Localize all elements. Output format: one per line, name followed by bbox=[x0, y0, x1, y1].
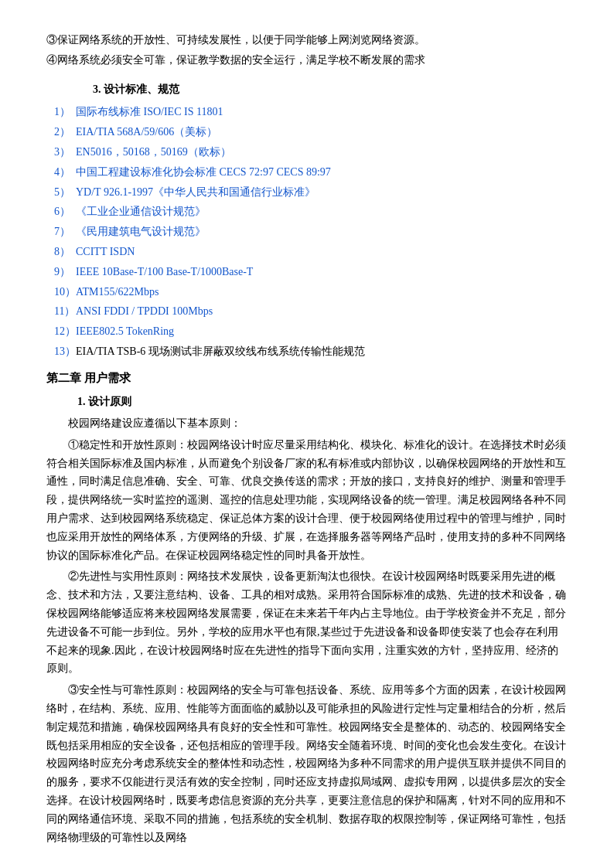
standards-list-item: 5）YD/T 926.1-1997《中华人民共和国通信行业标准》 bbox=[54, 183, 568, 202]
item-number: 12） bbox=[54, 322, 76, 341]
item-content: YD/T 926.1-1997《中华人民共和国通信行业标准》 bbox=[76, 183, 568, 202]
principle-block-3: ③安全性与可靠性原则：校园网络的安全与可靠包括设备、系统、应用等多个方面的因素，… bbox=[46, 681, 568, 846]
principle-block-2: ②先进性与实用性原则：网络技术发展快，设备更新淘汰也很快。在设计校园网络时既要采… bbox=[46, 567, 568, 678]
item-number: 2） bbox=[54, 123, 76, 141]
standards-list-item: 12）IEEE802.5 TokenRing bbox=[54, 322, 568, 341]
principle-id: ③ bbox=[68, 684, 79, 696]
standards-list-item: 8）CCITT ISDN bbox=[54, 243, 568, 261]
item-number: 8） bbox=[54, 243, 76, 261]
principle-block-1: ①稳定性和开放性原则：校园网络设计时应尽量采用结构化、模块化、标准化的设计。在选… bbox=[46, 436, 568, 565]
principle-title: 先进性与实用性原则： bbox=[79, 570, 187, 582]
item-content: ANSI FDDI / TPDDI 100Mbps bbox=[76, 302, 568, 321]
principle-title: 安全性与可靠性原则： bbox=[79, 684, 187, 696]
standards-list-item: 9）IEEE 10Base-T/100 Base-T/1000Base-T bbox=[54, 263, 568, 281]
standards-list-item: 3）EN5016，50168，50169（欧标） bbox=[54, 143, 568, 162]
item-content: ATM155/622Mbps bbox=[76, 283, 568, 301]
chapter-2: 第二章 用户需求 1. 设计原则 校园网络建设应遵循以下基本原则： ①稳定性和开… bbox=[46, 369, 568, 847]
intro-line-1: ③保证网络系统的开放性、可持续发展性，以便于同学能够上网浏览网络资源。 bbox=[46, 31, 568, 49]
item-number: 6） bbox=[54, 203, 76, 221]
section3-header: 3. 设计标准、规范 bbox=[93, 80, 568, 99]
standards-list-item: 4）中国工程建设标准化协会标准 CECS 72:97 CECS 89:97 bbox=[54, 163, 568, 182]
standards-list-item: 7）《民用建筑电气设计规范》 bbox=[54, 223, 568, 241]
standards-list-item: 13）EIA/TIA TSB-6 现场测试非屏蔽双绞线布线系统传输性能规范 bbox=[54, 342, 568, 361]
item-content: 中国工程建设标准化协会标准 CECS 72:97 CECS 89:97 bbox=[76, 163, 568, 182]
item-number: 7） bbox=[54, 223, 76, 241]
principle-title: 稳定性和开放性原则： bbox=[79, 439, 187, 451]
item-content: IEEE 10Base-T/100 Base-T/1000Base-T bbox=[76, 263, 568, 281]
sub1-header: 1. 设计原则 bbox=[77, 393, 568, 411]
standards-list-item: 2）EIA/TIA 568A/59/606（美标） bbox=[54, 123, 568, 141]
standards-list-item: 1）国际布线标准 ISO/IEC IS 11801 bbox=[54, 103, 568, 121]
item-number: 3） bbox=[54, 143, 76, 162]
intro-line-2: ④网络系统必须安全可靠，保证教学数据的安全运行，满足学校不断发展的需求 bbox=[46, 51, 568, 70]
item-number: 10） bbox=[54, 283, 76, 301]
principle-id: ② bbox=[68, 570, 79, 582]
standards-list-item: 6）《工业企业通信设计规范》 bbox=[54, 203, 568, 221]
item-content: EIA/TIA TSB-6 现场测试非屏蔽双绞线布线系统传输性能规范 bbox=[76, 342, 568, 361]
item-number: 5） bbox=[54, 183, 76, 202]
standards-list: 1）国际布线标准 ISO/IEC IS 118012）EIA/TIA 568A/… bbox=[54, 103, 568, 360]
sub-section-1: 1. 设计原则 校园网络建设应遵循以下基本原则： ①稳定性和开放性原则：校园网络… bbox=[46, 393, 568, 846]
item-number: 13） bbox=[54, 342, 76, 361]
chapter-2-title: 第二章 用户需求 bbox=[46, 369, 568, 389]
principle-id: ① bbox=[68, 439, 79, 451]
intro-section: ③保证网络系统的开放性、可持续发展性，以便于同学能够上网浏览网络资源。 ④网络系… bbox=[46, 31, 568, 70]
item-content: EIA/TIA 568A/59/606（美标） bbox=[76, 123, 568, 141]
item-content: IEEE802.5 TokenRing bbox=[76, 322, 568, 341]
section-3: 3. 设计标准、规范 1）国际布线标准 ISO/IEC IS 118012）EI… bbox=[46, 80, 568, 361]
item-number: 9） bbox=[54, 263, 76, 281]
item-number: 4） bbox=[54, 163, 76, 182]
item-number: 1） bbox=[54, 103, 76, 121]
sub1-intro: 校园网络建设应遵循以下基本原则： bbox=[46, 414, 568, 433]
item-content: 《工业企业通信设计规范》 bbox=[76, 203, 568, 221]
document-body: ③保证网络系统的开放性、可持续发展性，以便于同学能够上网浏览网络资源。 ④网络系… bbox=[46, 31, 568, 846]
item-number: 11） bbox=[54, 302, 76, 321]
item-content: 《民用建筑电气设计规范》 bbox=[76, 223, 568, 241]
standards-list-item: 10）ATM155/622Mbps bbox=[54, 283, 568, 301]
standards-list-item: 11）ANSI FDDI / TPDDI 100Mbps bbox=[54, 302, 568, 321]
item-content: 国际布线标准 ISO/IEC IS 11801 bbox=[76, 103, 568, 121]
item-content: CCITT ISDN bbox=[76, 243, 568, 261]
item-content: EN5016，50168，50169（欧标） bbox=[76, 143, 568, 162]
